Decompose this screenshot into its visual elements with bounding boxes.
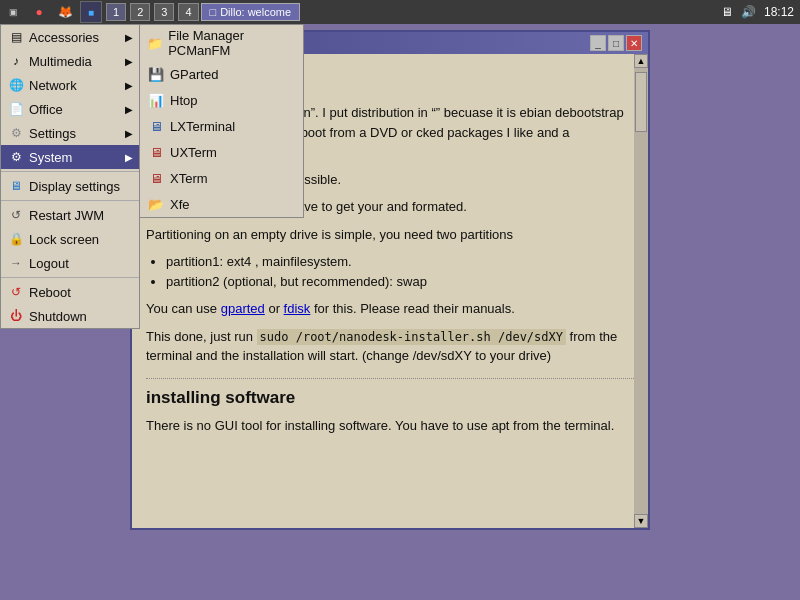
network-icon: 🌐 bbox=[7, 76, 25, 94]
lxterminal-icon: 🖥 bbox=[146, 116, 166, 136]
browser-scrollbar[interactable]: ▲ ▼ bbox=[634, 54, 648, 528]
menu-item-multimedia[interactable]: ♪ Multimedia ▶ bbox=[1, 49, 139, 73]
gparted-link[interactable]: gparted bbox=[221, 301, 265, 316]
menu-label-office: Office bbox=[29, 102, 63, 117]
taskbar-icon-3[interactable]: 🦊 bbox=[54, 1, 76, 23]
close-button[interactable]: ✕ bbox=[626, 35, 642, 51]
menu-sep-3 bbox=[1, 277, 139, 278]
office-icon: 📄 bbox=[7, 100, 25, 118]
main-menu: ▤ Accessories ▶ ♪ Multimedia ▶ 🌐 Network… bbox=[0, 24, 140, 329]
taskbar-desk-4[interactable]: 4 bbox=[178, 3, 198, 21]
accessories-icon: ▤ bbox=[7, 28, 25, 46]
htop-icon: 📊 bbox=[146, 90, 166, 110]
taskbar-net-icon: 🖥 bbox=[721, 5, 733, 19]
partition2-item: partition2 (optional, but recommended): … bbox=[166, 272, 634, 292]
office-arrow: ▶ bbox=[125, 104, 133, 115]
menu-label-logout: Logout bbox=[29, 256, 69, 271]
menu-label-multimedia: Multimedia bbox=[29, 54, 92, 69]
cmd-code: sudo /root/nanodesk-installer.sh /dev/sd… bbox=[257, 329, 566, 345]
menu-item-reboot[interactable]: ↺ Reboot bbox=[1, 280, 139, 304]
menu-sep-2 bbox=[1, 200, 139, 201]
content-partition-list: partition1: ext4 , mainfilesystem. parti… bbox=[166, 252, 634, 291]
menu-item-network[interactable]: 🌐 Network ▶ bbox=[1, 73, 139, 97]
scroll-down-button[interactable]: ▼ bbox=[634, 514, 648, 528]
network-arrow: ▶ bbox=[125, 80, 133, 91]
minimize-button[interactable]: _ bbox=[590, 35, 606, 51]
xterm-icon: 🖥 bbox=[146, 168, 166, 188]
scroll-up-button[interactable]: ▲ bbox=[634, 54, 648, 68]
submenu-label-xfe: Xfe bbox=[170, 197, 190, 212]
taskbar-time: 18:12 bbox=[764, 5, 794, 19]
content-cmd-text: This done, just run sudo /root/nanodesk-… bbox=[146, 327, 634, 366]
uxterm-icon: 🖥 bbox=[146, 142, 166, 162]
maximize-button[interactable]: □ bbox=[608, 35, 624, 51]
system-arrow: ▶ bbox=[125, 152, 133, 163]
menu-label-network: Network bbox=[29, 78, 77, 93]
menu-label-system: System bbox=[29, 150, 72, 165]
scroll-thumb[interactable] bbox=[635, 72, 647, 132]
menu-item-lock[interactable]: 🔒 Lock screen bbox=[1, 227, 139, 251]
submenu-filemanager[interactable]: 📁 File Manager PCManFM bbox=[140, 25, 303, 61]
content-partition-heading: Partitioning on an empty drive is simple… bbox=[146, 225, 634, 245]
taskbar: ▣ ● 🦊 ■ 1 2 3 4 □ Dillo: welcome 🖥 🔊 18:… bbox=[0, 0, 800, 24]
submenu-lxterminal[interactable]: 🖥 LXTerminal bbox=[140, 113, 303, 139]
taskbar-icon-2[interactable]: ● bbox=[28, 1, 50, 23]
submenu-label-lxterminal: LXTerminal bbox=[170, 119, 235, 134]
reboot-icon: ↺ bbox=[7, 283, 25, 301]
menu-label-display: Display settings bbox=[29, 179, 120, 194]
lock-icon: 🔒 bbox=[7, 230, 25, 248]
menu-item-restart[interactable]: ↺ Restart JWM bbox=[1, 203, 139, 227]
menu-label-settings: Settings bbox=[29, 126, 76, 141]
submenu-uxterm[interactable]: 🖥 UXTerm bbox=[140, 139, 303, 165]
xfe-icon: 📂 bbox=[146, 194, 166, 214]
fdisk-link[interactable]: fdisk bbox=[284, 301, 311, 316]
content-gparted-text: You can use gparted or fdisk for this. P… bbox=[146, 299, 634, 319]
partition1-item: partition1: ext4 , mainfilesystem. bbox=[166, 252, 634, 272]
submenu-label-htop: Htop bbox=[170, 93, 197, 108]
install-text: There is no GUI tool for installing soft… bbox=[146, 416, 634, 436]
multimedia-arrow: ▶ bbox=[125, 56, 133, 67]
menu-item-system[interactable]: ⚙ System ▶ bbox=[1, 145, 139, 169]
taskbar-desk-1[interactable]: 1 bbox=[106, 3, 126, 21]
taskbar-vol-icon: 🔊 bbox=[741, 5, 756, 19]
submenu-xterm[interactable]: 🖥 XTerm bbox=[140, 165, 303, 191]
taskbar-desk-3[interactable]: 3 bbox=[154, 3, 174, 21]
menu-item-settings[interactable]: ⚙ Settings ▶ bbox=[1, 121, 139, 145]
submenu-label-uxterm: UXTerm bbox=[170, 145, 217, 160]
taskbar-right: 🖥 🔊 18:12 bbox=[721, 5, 800, 19]
menu-item-accessories[interactable]: ▤ Accessories ▶ bbox=[1, 25, 139, 49]
system-icon: ⚙ bbox=[7, 148, 25, 166]
submenu-label-xterm: XTerm bbox=[170, 171, 208, 186]
menu-label-lock: Lock screen bbox=[29, 232, 99, 247]
taskbar-icon-1[interactable]: ▣ bbox=[2, 1, 24, 23]
submenu-xfe[interactable]: 📂 Xfe bbox=[140, 191, 303, 217]
menu-item-shutdown[interactable]: ⏻ Shutdown bbox=[1, 304, 139, 328]
menu-item-display[interactable]: 🖥 Display settings bbox=[1, 174, 139, 198]
submenu-gparted[interactable]: 💾 GParted bbox=[140, 61, 303, 87]
accessories-arrow: ▶ bbox=[125, 32, 133, 43]
submenu-system: 📁 File Manager PCManFM 💾 GParted 📊 Htop … bbox=[139, 24, 304, 218]
menu-label-shutdown: Shutdown bbox=[29, 309, 87, 324]
multimedia-icon: ♪ bbox=[7, 52, 25, 70]
taskbar-desk-2[interactable]: 2 bbox=[130, 3, 150, 21]
taskbar-dillo-window[interactable]: □ Dillo: welcome bbox=[201, 3, 301, 21]
menu-label-accessories: Accessories bbox=[29, 30, 99, 45]
menu-item-office[interactable]: 📄 Office ▶ bbox=[1, 97, 139, 121]
install-heading: installing software bbox=[146, 378, 634, 411]
menu-sep-1 bbox=[1, 171, 139, 172]
logout-icon: → bbox=[7, 254, 25, 272]
menu-label-restart: Restart JWM bbox=[29, 208, 104, 223]
restart-icon: ↺ bbox=[7, 206, 25, 224]
menu-label-reboot: Reboot bbox=[29, 285, 71, 300]
taskbar-icon-4[interactable]: ■ bbox=[80, 1, 102, 23]
taskbar-dillo-label: Dillo: welcome bbox=[220, 6, 291, 18]
settings-icon: ⚙ bbox=[7, 124, 25, 142]
submenu-htop[interactable]: 📊 Htop bbox=[140, 87, 303, 113]
settings-arrow: ▶ bbox=[125, 128, 133, 139]
shutdown-icon: ⏻ bbox=[7, 307, 25, 325]
submenu-label-gparted: GParted bbox=[170, 67, 218, 82]
submenu-label-filemanager: File Manager PCManFM bbox=[168, 28, 297, 58]
gparted-icon: 💾 bbox=[146, 64, 166, 84]
menu-item-logout[interactable]: → Logout bbox=[1, 251, 139, 275]
filemanager-icon: 📁 bbox=[146, 33, 164, 53]
